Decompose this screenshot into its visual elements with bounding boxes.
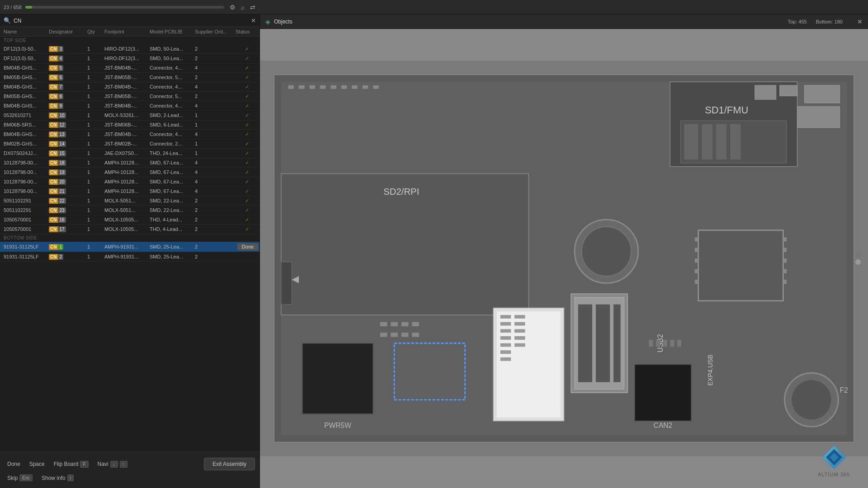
- cell-status: ✓: [236, 169, 258, 175]
- table-row[interactable]: 91931-31125LFCN11AMPH-91931...SMD, 25-Le…: [0, 242, 259, 252]
- pcb-close-icon[interactable]: ✕: [857, 18, 863, 25]
- right-panel: ◈ Objects Top: 455 Bottom: 180 ✕ SD1/FMU: [260, 14, 868, 488]
- navi-up-key[interactable]: ↑: [120, 461, 127, 468]
- cell-name: 91931-31125LF: [4, 244, 49, 249]
- cell-supplier: 4: [195, 84, 236, 89]
- table-row[interactable]: BM05B-GHS...CN61JST-BM05B-...Connector, …: [0, 73, 259, 82]
- table-row[interactable]: 10128798-00...CN201AMPH-10128...SMD, 67-…: [0, 177, 259, 187]
- designator-badge: CN9: [49, 103, 63, 109]
- svg-rect-54: [514, 315, 525, 319]
- svg-rect-15: [320, 85, 326, 89]
- table-row[interactable]: 10128798-00...CN211AMPH-10128...SMD, 67-…: [0, 187, 259, 196]
- badge-prefix: CN: [49, 56, 58, 61]
- flip-board-button[interactable]: Flip Board F: [51, 460, 91, 469]
- table-row[interactable]: 1050570001CN171MOLX-10505...THD, 4-Lead.…: [0, 225, 259, 234]
- section-header: BOTTOM SIDE: [0, 234, 259, 242]
- cell-name: BM05B-GHS...: [4, 75, 49, 80]
- badge-prefix: CN: [49, 122, 58, 128]
- svg-rect-33: [783, 258, 787, 263]
- cell-qty: 1: [87, 179, 104, 184]
- table-row[interactable]: BM04B-GHS...CN51JST-BM04B-...Connector, …: [0, 63, 259, 73]
- navi-down-key[interactable]: ↓: [110, 461, 118, 468]
- svg-rect-55: [514, 322, 525, 326]
- cell-supplier: 4: [195, 169, 236, 175]
- cell-designator: CN23: [49, 207, 87, 213]
- svg-rect-32: [783, 248, 787, 252]
- table-row[interactable]: 0532610271CN101MOLX-53261...SMD, 2-Lead.…: [0, 111, 259, 120]
- svg-rect-46: [497, 311, 561, 418]
- designator-badge: CN21: [49, 188, 66, 194]
- svg-rect-34: [783, 269, 787, 273]
- cell-qty: 1: [87, 198, 104, 203]
- cell-status: ✓: [236, 113, 258, 118]
- badge-prefix: CN: [49, 160, 58, 166]
- designator-badge: CN13: [49, 131, 66, 137]
- row-done-button[interactable]: Done: [237, 243, 258, 250]
- table-row[interactable]: DF12(3.0)-50..CN41HIRO-DF12(3...SMD, 50-…: [0, 54, 259, 63]
- cell-footprint: JST-BM05B-...: [104, 75, 150, 80]
- cell-footprint: AMPH-10128...: [104, 169, 150, 175]
- cell-supplier: 4: [195, 188, 236, 194]
- section-header: TOP SIDE: [0, 37, 259, 44]
- table-row[interactable]: BM04B-GHS...CN131JST-BM04B-...Connector,…: [0, 130, 259, 139]
- svg-rect-38: [578, 305, 592, 382]
- svg-text:SD1/FMU: SD1/FMU: [705, 104, 748, 116]
- svg-rect-48: [500, 322, 511, 326]
- designator-badge: CN19: [49, 169, 66, 175]
- cell-designator: CN3: [49, 46, 87, 52]
- exit-assembly-button[interactable]: Exit Assembly: [204, 458, 255, 470]
- space-button[interactable]: Space: [27, 460, 47, 469]
- search-bar: 🔍 ✕: [0, 14, 259, 27]
- designator-badge: CN8: [49, 94, 63, 99]
- cell-model: Connector, 4...: [150, 103, 195, 108]
- table-row[interactable]: BM05B-GHS...CN81JST-BM05B-...Connector, …: [0, 92, 259, 101]
- cell-designator: CN12: [49, 122, 87, 128]
- table-row[interactable]: 10128798-00...CN191AMPH-10128...SMD, 67-…: [0, 168, 259, 177]
- cell-supplier: 2: [195, 198, 236, 203]
- settings-icon[interactable]: ⚙: [230, 4, 236, 11]
- search-icon[interactable]: ⌕: [241, 4, 245, 11]
- filter-icon[interactable]: ⇄: [250, 4, 255, 11]
- pcb-viewport[interactable]: SD1/FMU: [260, 29, 868, 488]
- table-row[interactable]: BM04B-GHS...CN71JST-BM04B-...Connector, …: [0, 82, 259, 92]
- svg-rect-65: [380, 322, 387, 326]
- table-row[interactable]: 5051102291CN221MOLX-5051...SMD, 22-Lea..…: [0, 196, 259, 206]
- header-supplier: Supplier Ord...: [195, 29, 236, 34]
- svg-rect-16: [330, 85, 336, 89]
- skip-button[interactable]: Skip Esc: [5, 473, 35, 483]
- badge-number: 7: [58, 84, 63, 90]
- cell-name: 5051102291: [4, 198, 49, 203]
- svg-rect-6: [716, 124, 726, 160]
- top-bar-icons: ⚙ ⌕ ⇄: [230, 4, 255, 11]
- table-row[interactable]: DX07S024JJ...CN151JAE-DX07S0...THD, 24-L…: [0, 149, 259, 158]
- table-row[interactable]: BM04B-GHS...CN91JST-BM04B-...Connector, …: [0, 101, 259, 111]
- badge-number: 19: [58, 169, 66, 175]
- cell-name: DF12(3.0)-50..: [4, 56, 49, 61]
- table-row[interactable]: 5051102291CN231MOLX-5051...SMD, 22-Lea..…: [0, 206, 259, 215]
- table-row[interactable]: 1050570001CN161MOLX-10505...THD, 4-Lead.…: [0, 215, 259, 225]
- clear-search-icon[interactable]: ✕: [251, 17, 256, 24]
- cell-status: ✓: [236, 122, 258, 128]
- cell-footprint: AMPH-10128...: [104, 188, 150, 194]
- altium-diamond-icon: [821, 445, 847, 470]
- table-row[interactable]: BM02B-GHS...CN141JST-BM02B-...Connector,…: [0, 139, 259, 149]
- search-input[interactable]: [14, 18, 248, 24]
- svg-rect-76: [670, 340, 674, 347]
- cell-model: SMD, 2-Lead...: [150, 113, 195, 118]
- table-row[interactable]: 91931-31125LFCN21AMPH-91931...SMD, 25-Le…: [0, 252, 259, 262]
- cell-model: SMD, 50-Lea...: [150, 46, 195, 52]
- cell-status: ✓: [236, 207, 258, 213]
- cell-designator: CN16: [49, 216, 87, 223]
- table-row[interactable]: BM06B-SRS...CN121JST-BM06B-...SMD, 6-Lea…: [0, 120, 259, 130]
- cell-footprint: JST-BM04B-...: [104, 84, 150, 89]
- show-info-button[interactable]: Show info i: [39, 473, 76, 483]
- designator-badge: CN4: [49, 56, 63, 61]
- svg-rect-66: [391, 322, 398, 326]
- done-button[interactable]: Done: [5, 460, 23, 469]
- cell-status: ✓: [236, 188, 258, 194]
- navi-button[interactable]: Navi ↓ ↑: [95, 460, 130, 469]
- svg-rect-4: [684, 124, 698, 160]
- cell-supplier: 4: [195, 179, 236, 184]
- table-row[interactable]: DF12(3.0)-50..CN31HIRO-DF12(3...SMD, 50-…: [0, 44, 259, 54]
- table-row[interactable]: 10128798-00...CN181AMPH-10128...SMD, 67-…: [0, 158, 259, 168]
